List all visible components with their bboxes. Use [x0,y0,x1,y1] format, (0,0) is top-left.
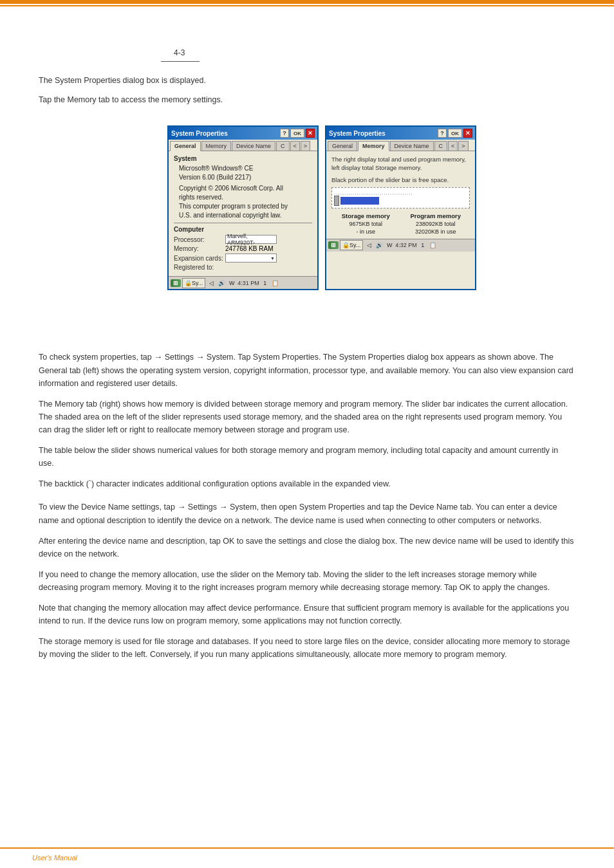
section-text-9: The storage memory is used for file stor… [39,635,575,661]
computer-section-title: Computer [174,226,312,233]
taskbar-icon2-left[interactable]: 🔊 [217,279,226,288]
system-section-title: System [174,155,312,162]
intro-paragraphs: The System Properties dialog box is disp… [39,74,575,113]
expansion-dropdown[interactable]: ▼ [225,254,277,263]
bottom-border [0,847,614,849]
taskbar-sy-left[interactable]: 🔒Sy... [182,278,205,288]
memory-slider-bar[interactable] [340,197,379,205]
memory-desc1: The right display total and used program… [331,155,470,172]
tabs-right: General Memory Device Name C < > [326,140,475,151]
taskbar-left: ⊞ 🔒Sy... ◁ 🔊 W 4:31 PM 1 📋 [169,276,317,289]
tab-prev-left[interactable]: < [290,141,300,151]
titlebar-right: System Properties ? OK ✕ [326,127,475,140]
section-text-8: Note that changing the memory allocation… [39,602,575,627]
titlebar-left-text: System Properties [171,130,228,137]
program-in-use: 32020KB in use [402,228,470,235]
processor-label: Processor: [174,236,225,243]
tab-c-left[interactable]: C [276,141,290,151]
system-properties-general-dialog: System Properties ? OK ✕ General Memory … [167,125,319,290]
processor-row: Processor: Marvell, ARM920T- [174,235,312,244]
section-text-1: To check system properties, tap → Settin… [39,351,575,390]
tab-general-left[interactable]: General [170,141,201,151]
section-text-6: After entering the device name and descr… [39,535,575,560]
tab-device-name-left[interactable]: Device Name [232,141,275,151]
taskbar-sy-right[interactable]: 🔒Sy... [340,240,363,250]
titlebar-buttons-left: ? OK ✕ [280,129,315,138]
ok-button-left[interactable]: OK [290,129,304,138]
help-button-right[interactable]: ? [438,129,447,138]
top-border-thick [0,0,614,4]
taskbar-time-left: 4:31 PM [237,280,259,286]
section-underline [161,61,200,62]
titlebar-left: System Properties ? OK ✕ [169,127,317,140]
section-text-5: To view the Device Name settings, tap → … [39,501,575,527]
memory-row: Memory: 247768 KB RAM [174,245,312,252]
memory-label: Memory: [174,245,225,252]
close-button-right[interactable]: ✕ [463,129,472,138]
titlebar-right-text: System Properties [329,130,386,137]
section-text-7: If you need to change the memory allocat… [39,568,575,594]
titlebar-buttons-right: ? OK ✕ [438,129,472,138]
expansion-label: Expansion cards: [174,255,225,262]
registered-label: Registered to: [174,264,225,271]
tab-prev-right[interactable]: < [448,141,458,151]
taskbar-icon2-right[interactable]: 🔊 [375,241,384,250]
taskbar-clipboard-left[interactable]: 📋 [271,279,280,288]
taskbar-time-right: 4:32 PM [395,242,417,248]
dialog-body-right: The right display total and used program… [326,151,475,239]
slider-dots: ,,,,,,,,,,,,,,,,,,,,,,,,,,,,,,,,,,,,,, [334,190,467,196]
system-properties-memory-dialog: System Properties ? OK ✕ General Memory … [325,125,476,290]
taskbar-clipboard-right[interactable]: 📋 [429,241,438,250]
tab-c-right[interactable]: C [434,141,448,151]
expansion-row: Expansion cards: ▼ [174,254,312,263]
help-button-left[interactable]: ? [280,129,289,138]
storage-memory-header: Storage memory [331,212,400,219]
footer-text: User's Manual [32,854,77,862]
taskbar-num-left[interactable]: 1 [261,279,270,288]
ok-button-right[interactable]: OK [448,129,462,138]
start-button-right[interactable]: ⊞ [328,241,339,249]
memory-table: Storage memory Program memory 9675KB tot… [331,212,470,235]
slider-handle[interactable] [334,196,339,206]
taskbar-right: ⊞ 🔒Sy... ◁ 🔊 W 4:32 PM 1 📋 [326,239,475,252]
taskbar-icon1-left[interactable]: ◁ [207,279,216,288]
taskbar-w-right[interactable]: W [385,241,394,250]
tab-memory-right[interactable]: Memory [358,141,389,151]
dropdown-arrow-icon: ▼ [270,256,275,261]
taskbar-num-right[interactable]: 1 [418,241,427,250]
tab-device-name-right[interactable]: Device Name [390,141,434,151]
paragraph1: The System Properties dialog box is disp… [39,74,575,87]
section-text-3: The table below the slider shows numeric… [39,444,575,470]
paragraph2: Tap the Memory tab to access the memory … [39,93,575,106]
dialogs-row: System Properties ? OK ✕ General Memory … [167,125,476,290]
tab-next-right[interactable]: > [458,141,468,151]
memory-slider-container: ,,,,,,,,,,,,,,,,,,,,,,,,,,,,,,,,,,,,,, [331,187,470,208]
tab-memory-left[interactable]: Memory [201,141,232,151]
memory-desc2: Black portion of the slider bar is free … [331,176,470,184]
program-memory-header: Program memory [402,212,470,219]
system-info-text: Microsoft® Windows® CE Version 6.00 (Bui… [179,164,312,220]
registered-row: Registered to: [174,264,312,271]
tab-next-left[interactable]: > [301,141,310,151]
tab-general-right[interactable]: General [328,141,357,151]
taskbar-icon1-right[interactable]: ◁ [364,241,373,250]
section-text-4: The backtick (`) character indicates add… [39,477,575,490]
start-button-left[interactable]: ⊞ [171,279,181,287]
storage-total: 9675KB total [331,221,400,227]
memory-value: 247768 KB RAM [225,245,312,252]
top-border-thin [0,5,614,6]
program-total: 238092KB total [402,221,470,227]
dialog-body-left: System Microsoft® Windows® CE Version 6.… [169,151,317,276]
section-text-2: The Memory tab (right) shows how memory … [39,398,575,436]
below-dialogs-text: To check system properties, tap → Settin… [39,351,575,667]
storage-in-use: - in use [331,228,400,235]
tabs-left: General Memory Device Name C < > [169,140,317,151]
section-number: 4-3 [174,48,185,57]
taskbar-w-left[interactable]: W [227,279,236,288]
processor-value: Marvell, ARM920T- [225,235,277,244]
close-button-left[interactable]: ✕ [306,129,315,138]
